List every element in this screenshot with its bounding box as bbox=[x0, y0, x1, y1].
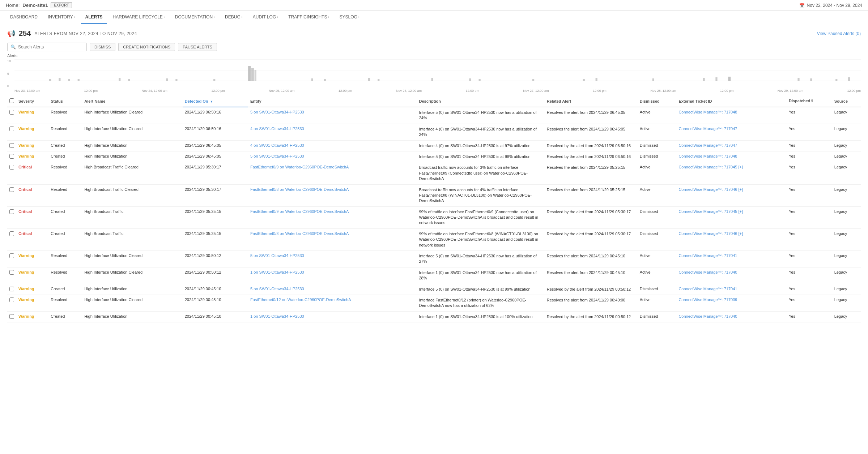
row-checkbox-12[interactable] bbox=[9, 314, 14, 319]
select-all-header[interactable] bbox=[7, 95, 16, 107]
th-ticket-id[interactable]: External Ticket ID bbox=[676, 95, 787, 107]
row-checkbox-cell[interactable] bbox=[7, 140, 16, 151]
nav-item-alerts[interactable]: ALERTS bbox=[81, 11, 107, 24]
x-label-4: Nov 25, 12:00 am bbox=[269, 89, 294, 93]
row-checkbox-cell[interactable] bbox=[7, 267, 16, 284]
row-ticket-id-10[interactable]: ConnectWise Manage™: 717041 bbox=[676, 284, 787, 295]
dismiss-button[interactable]: DISMISS bbox=[90, 43, 115, 51]
row-ticket-id-3[interactable]: ConnectWise Manage™: 717048 bbox=[676, 151, 787, 162]
row-checkbox-9[interactable] bbox=[9, 270, 14, 275]
row-entity-5[interactable]: FastEthernet0/8 on Waterloo-C2960POE-Dem… bbox=[248, 184, 417, 206]
row-severity-12[interactable]: Warning bbox=[16, 311, 48, 322]
row-severity-4[interactable]: Critical bbox=[16, 162, 48, 184]
row-ticket-id-2[interactable]: ConnectWise Manage™: 717047 bbox=[676, 140, 787, 151]
th-source[interactable]: Source bbox=[832, 95, 861, 107]
nav-item-trafficinsights[interactable]: TRAFFICINSIGHTS › bbox=[284, 11, 333, 24]
th-entity[interactable]: Entity bbox=[248, 95, 417, 107]
row-checkbox-5[interactable] bbox=[9, 187, 14, 192]
row-severity-11[interactable]: Warning bbox=[16, 295, 48, 311]
search-box[interactable]: 🔍 bbox=[7, 43, 87, 51]
row-checkbox-8[interactable] bbox=[9, 253, 14, 258]
row-entity-1[interactable]: 4 on SW01-Ottawa34-HP2530 bbox=[248, 124, 417, 140]
row-checkbox-7[interactable] bbox=[9, 231, 14, 236]
row-entity-7[interactable]: FastEthernet0/8 on Waterloo-C2960POE-Dem… bbox=[248, 228, 417, 250]
svg-rect-17 bbox=[368, 78, 370, 81]
row-checkbox-11[interactable] bbox=[9, 297, 14, 302]
row-ticket-id-5[interactable]: ConnectWise Manage™: 717046 [+] bbox=[676, 184, 787, 206]
chevron-icon: › bbox=[358, 15, 359, 19]
row-checkbox-cell[interactable] bbox=[7, 124, 16, 140]
row-entity-12[interactable]: 1 on SW01-Ottawa34-HP2530 bbox=[248, 311, 417, 322]
th-alert-name[interactable]: Alert Name bbox=[82, 95, 183, 107]
row-entity-10[interactable]: 5 on SW01-Ottawa34-HP2530 bbox=[248, 284, 417, 295]
row-entity-4[interactable]: FastEthernet0/9 on Waterloo-C2960POE-Dem… bbox=[248, 162, 417, 184]
nav-item-syslog[interactable]: SYSLOG › bbox=[335, 11, 364, 24]
row-severity-6[interactable]: Critical bbox=[16, 206, 48, 228]
nav-item-inventory[interactable]: INVENTORY › bbox=[43, 11, 80, 24]
row-ticket-id-4[interactable]: ConnectWise Manage™: 717045 [+] bbox=[676, 162, 787, 184]
row-severity-8[interactable]: Warning bbox=[16, 251, 48, 267]
row-severity-0[interactable]: Warning bbox=[16, 107, 48, 124]
row-ticket-id-8[interactable]: ConnectWise Manage™: 717041 bbox=[676, 251, 787, 267]
row-checkbox-cell[interactable] bbox=[7, 107, 16, 124]
row-checkbox-cell[interactable] bbox=[7, 295, 16, 311]
th-description[interactable]: Description bbox=[417, 95, 544, 107]
row-checkbox-cell[interactable] bbox=[7, 228, 16, 250]
create-notifications-button[interactable]: CREATE NOTIFICATIONS bbox=[118, 43, 175, 51]
view-paused-link[interactable]: View Paused Alerts (0) bbox=[817, 31, 861, 36]
row-checkbox-cell[interactable] bbox=[7, 311, 16, 322]
nav-item-hardware-lifecycle[interactable]: HARDWARE LIFECYCLE › bbox=[109, 11, 169, 24]
row-entity-11[interactable]: FastEthernet0/12 on Waterloo-C2960POE-De… bbox=[248, 295, 417, 311]
row-checkbox-cell[interactable] bbox=[7, 251, 16, 267]
row-checkbox-cell[interactable] bbox=[7, 162, 16, 184]
row-severity-9[interactable]: Warning bbox=[16, 267, 48, 284]
nav-item-audit-log[interactable]: AUDIT LOG › bbox=[248, 11, 282, 24]
row-ticket-id-12[interactable]: ConnectWise Manage™: 717040 bbox=[676, 311, 787, 322]
row-checkbox-4[interactable] bbox=[9, 165, 14, 170]
row-checkbox-3[interactable] bbox=[9, 154, 14, 159]
th-related-alert[interactable]: Related Alert bbox=[545, 95, 638, 107]
row-dispatched-1: Yes bbox=[787, 124, 832, 140]
row-ticket-id-0[interactable]: ConnectWise Manage™: 717048 bbox=[676, 107, 787, 124]
th-detected-on[interactable]: Detected On ▼ bbox=[183, 95, 248, 107]
nav-item-debug[interactable]: DEBUG › bbox=[221, 11, 247, 24]
search-input[interactable] bbox=[18, 44, 84, 50]
nav-item-documentation[interactable]: DOCUMENTATION › bbox=[171, 11, 219, 24]
row-checkbox-cell[interactable] bbox=[7, 151, 16, 162]
row-entity-9[interactable]: 1 on SW01-Ottawa34-HP2530 bbox=[248, 267, 417, 284]
th-dismissed[interactable]: Dismissed bbox=[638, 95, 677, 107]
row-entity-8[interactable]: 5 on SW01-Ottawa34-HP2530 bbox=[248, 251, 417, 267]
select-all-checkbox[interactable] bbox=[9, 98, 14, 103]
table-row: Warning Resolved High Interface Utilizat… bbox=[7, 124, 861, 140]
row-entity-2[interactable]: 4 on SW01-Ottawa34-HP2530 bbox=[248, 140, 417, 151]
row-severity-10[interactable]: Warning bbox=[16, 284, 48, 295]
row-ticket-id-7[interactable]: ConnectWise Manage™: 717046 [+] bbox=[676, 228, 787, 250]
row-checkbox-cell[interactable] bbox=[7, 206, 16, 228]
row-severity-2[interactable]: Warning bbox=[16, 140, 48, 151]
th-status[interactable]: Status bbox=[48, 95, 82, 107]
nav-item-dashboard[interactable]: DASHBOARD bbox=[6, 11, 42, 24]
row-severity-3[interactable]: Warning bbox=[16, 151, 48, 162]
row-entity-0[interactable]: 5 on SW01-Ottawa34-HP2530 bbox=[248, 107, 417, 124]
row-checkbox-6[interactable] bbox=[9, 209, 14, 214]
row-ticket-id-6[interactable]: ConnectWise Manage™: 717045 [+] bbox=[676, 206, 787, 228]
row-entity-3[interactable]: 5 on SW01-Ottawa34-HP2530 bbox=[248, 151, 417, 162]
th-dispatched[interactable]: Dispatched ℹ bbox=[787, 95, 832, 107]
export-button[interactable]: EXPORT bbox=[51, 2, 72, 8]
row-severity-1[interactable]: Warning bbox=[16, 124, 48, 140]
row-checkbox-1[interactable] bbox=[9, 127, 14, 131]
pause-alerts-button[interactable]: PAUSE ALERTS bbox=[178, 43, 217, 51]
row-checkbox-cell[interactable] bbox=[7, 284, 16, 295]
row-severity-5[interactable]: Critical bbox=[16, 184, 48, 206]
row-checkbox-0[interactable] bbox=[9, 110, 14, 115]
row-ticket-id-1[interactable]: ConnectWise Manage™: 717047 bbox=[676, 124, 787, 140]
th-severity[interactable]: Severity bbox=[16, 95, 48, 107]
row-checkbox-cell[interactable] bbox=[7, 184, 16, 206]
row-severity-7[interactable]: Critical bbox=[16, 228, 48, 250]
row-ticket-id-11[interactable]: ConnectWise Manage™: 717039 bbox=[676, 295, 787, 311]
svg-rect-32 bbox=[848, 77, 850, 81]
row-checkbox-2[interactable] bbox=[9, 143, 14, 148]
row-checkbox-10[interactable] bbox=[9, 287, 14, 291]
row-ticket-id-9[interactable]: ConnectWise Manage™: 717040 bbox=[676, 267, 787, 284]
row-entity-6[interactable]: FastEthernet0/9 on Waterloo-C2960POE-Dem… bbox=[248, 206, 417, 228]
